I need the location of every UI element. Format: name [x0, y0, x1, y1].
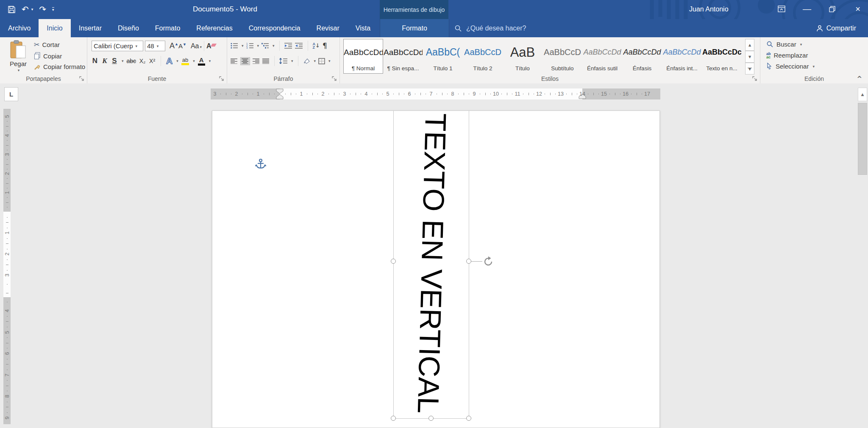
font-name-combobox[interactable]: Calibri (Cuerp ▾	[92, 41, 143, 51]
minimize-button[interactable]: —	[799, 2, 815, 16]
redo-icon[interactable]: ↷	[39, 5, 46, 14]
shading-dropdown-icon[interactable]: ▾	[314, 59, 316, 63]
copy-button[interactable]: Copiar	[34, 52, 85, 60]
vertical-ruler[interactable]: 54321123456789	[3, 109, 11, 424]
indent-markers-icon[interactable]	[276, 88, 284, 99]
tab-inicio[interactable]: Inicio	[39, 19, 70, 37]
font-color-dropdown-icon[interactable]: ▾	[209, 59, 211, 63]
styles-gallery-expand-icon[interactable]: ▼	[745, 63, 754, 75]
collapse-ribbon-icon[interactable]: ^	[857, 75, 862, 83]
tab-stop-selector[interactable]: L	[4, 87, 18, 101]
undo-dropdown-icon[interactable]: ▾	[31, 8, 33, 11]
undo-icon[interactable]: ↶	[22, 5, 29, 14]
font-size-combobox[interactable]: 48 ▾	[145, 41, 165, 51]
dialog-launcher-icon[interactable]	[79, 76, 85, 82]
resize-handle-bottom-center[interactable]	[428, 416, 434, 421]
increase-indent-button[interactable]	[295, 43, 303, 49]
decrease-indent-button[interactable]	[284, 43, 292, 49]
dialog-launcher-icon[interactable]	[219, 76, 225, 82]
clear-formatting-button[interactable]: A	[206, 42, 211, 50]
share-button[interactable]: Compartir	[816, 19, 856, 37]
find-button[interactable]: Buscar ▾	[766, 41, 815, 48]
change-case-button[interactable]: Aa▾	[191, 42, 202, 50]
highlight-dropdown-icon[interactable]: ▾	[193, 59, 195, 63]
sort-button[interactable]: AZ↓	[313, 42, 320, 49]
tab-revisar[interactable]: Revisar	[309, 19, 348, 37]
save-icon[interactable]	[8, 6, 16, 14]
tab-diseno[interactable]: Diseño	[110, 19, 147, 37]
account-user-name[interactable]: Juan Antonio	[689, 6, 729, 13]
styles-scroll-up-icon[interactable]: ▲	[745, 39, 754, 51]
tab-formato[interactable]: Formato	[147, 19, 189, 37]
dialog-launcher-icon[interactable]	[752, 76, 758, 82]
cut-button[interactable]: ✂ Cortar	[34, 41, 85, 49]
numbering-button[interactable]: 123	[246, 43, 254, 49]
multilevel-dropdown-icon[interactable]: ▾	[273, 44, 275, 48]
borders-dropdown-icon[interactable]: ▾	[328, 59, 331, 63]
font-color-button[interactable]: A	[198, 56, 205, 66]
style-titulo-1[interactable]: AaBbC( Título 1	[423, 39, 463, 74]
tab-vista[interactable]: Vista	[348, 19, 378, 37]
style-enfasis-intenso[interactable]: AaBbCcDd Énfasis int...	[662, 39, 702, 74]
grow-font-button[interactable]: A▲	[170, 41, 178, 50]
tab-referencias[interactable]: Referencias	[188, 19, 240, 37]
textbox-right-border[interactable]	[469, 110, 469, 418]
scrollbar-thumb[interactable]	[858, 103, 867, 175]
style-enfasis-sutil[interactable]: AaBbCcDd Énfasis sutil	[582, 39, 622, 74]
dialog-launcher-icon[interactable]	[331, 76, 337, 82]
format-painter-button[interactable]: Copiar formato	[34, 63, 85, 70]
text-effects-dropdown-icon[interactable]: ▾	[176, 59, 178, 63]
superscript-button[interactable]: X²	[149, 58, 156, 64]
strikethrough-button[interactable]: abc	[127, 58, 136, 64]
underline-button[interactable]: S	[111, 57, 118, 65]
style-texto-en-negrita[interactable]: AaBbCcDc Texto en n...	[702, 39, 742, 74]
horizontal-ruler[interactable]: 3211234567891011121314151617	[211, 88, 660, 99]
shading-button[interactable]	[303, 58, 311, 64]
style-sin-espaciado[interactable]: AaBbCcDd ¶ Sin espa...	[383, 39, 423, 74]
tab-correspondencia[interactable]: Correspondencia	[241, 19, 309, 37]
underline-dropdown-icon[interactable]: ▾	[122, 59, 124, 63]
numbering-dropdown-icon[interactable]: ▾	[257, 44, 259, 48]
subscript-button[interactable]: X₂	[139, 58, 146, 64]
shrink-font-button[interactable]: A▼	[178, 42, 186, 50]
tab-insertar[interactable]: Insertar	[71, 19, 110, 37]
show-paragraph-marks-button[interactable]: ¶	[323, 41, 327, 50]
paste-button[interactable]: Pegar ▾	[5, 40, 31, 75]
text-effects-button[interactable]: A	[166, 56, 172, 66]
italic-button[interactable]: K	[101, 57, 108, 65]
tell-me-search[interactable]: ¿Qué desea hacer?	[454, 19, 526, 37]
ribbon-display-options-icon[interactable]	[774, 2, 789, 16]
line-spacing-button[interactable]	[279, 58, 288, 64]
resize-handle-bottom-left[interactable]	[391, 416, 396, 421]
tab-formato-contextual[interactable]: Formato	[394, 25, 435, 32]
resize-handle-bottom-right[interactable]	[466, 416, 471, 421]
resize-handle-middle-right[interactable]	[466, 259, 471, 264]
styles-scroll-down-icon[interactable]: ▼	[745, 51, 754, 63]
rotation-handle-icon[interactable]	[481, 255, 495, 268]
bullets-dropdown-icon[interactable]: ▾	[242, 44, 244, 48]
scrollbar-up-button[interactable]: ▲	[858, 88, 867, 101]
close-button[interactable]: ×	[850, 2, 865, 16]
style-normal[interactable]: AaBbCcDd ¶ Normal	[343, 39, 383, 74]
customize-qat-icon[interactable]: ▾	[52, 7, 54, 12]
align-left-button[interactable]	[231, 58, 238, 64]
borders-button[interactable]	[318, 58, 325, 64]
multilevel-list-button[interactable]	[262, 43, 269, 49]
line-spacing-dropdown-icon[interactable]: ▾	[291, 59, 293, 63]
restore-button[interactable]	[825, 2, 840, 16]
replace-button[interactable]: ab ac Reemplazar	[766, 52, 815, 59]
select-button[interactable]: Seleccionar ▾	[766, 63, 815, 70]
align-center-button[interactable]	[240, 57, 250, 65]
align-right-button[interactable]	[253, 58, 260, 64]
justify-button[interactable]	[262, 58, 270, 64]
style-enfasis[interactable]: AaBbCcDd Énfasis	[622, 39, 662, 74]
textbox-left-border[interactable]	[393, 110, 394, 418]
tab-archivo[interactable]: Archivo	[0, 19, 39, 37]
style-titulo[interactable]: AaB Título	[503, 39, 542, 74]
highlight-color-button[interactable]: ab	[181, 57, 189, 65]
bullets-button[interactable]	[231, 43, 238, 49]
style-subtitulo[interactable]: AaBbCcD Subtítulo	[542, 39, 582, 74]
style-titulo-2[interactable]: AaBbCcD Título 2	[463, 39, 503, 74]
bold-button[interactable]: N	[92, 57, 98, 65]
resize-handle-middle-left[interactable]	[391, 259, 396, 264]
